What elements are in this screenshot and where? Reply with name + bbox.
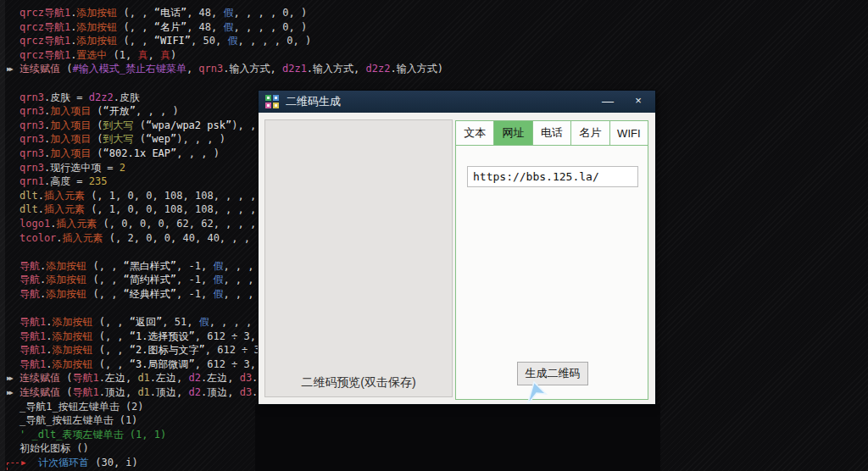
tab-label: WIFI [617, 127, 640, 140]
code-segment: 加入项目 [50, 133, 91, 145]
tab-label: 网址 [503, 125, 525, 141]
code-segment: “名片” [154, 21, 186, 33]
code-segment: 连续赋值 [19, 63, 60, 75]
code-segment: 添加按钮 [52, 344, 92, 356]
code-text: 连续赋值 (导航1.左边, d1.左边, d2.左边, d3.左边) [19, 371, 285, 385]
code-segment: , , , ) [176, 147, 220, 159]
code-segment: 假 [224, 21, 234, 33]
code-segment: qrn3 [19, 91, 44, 103]
code-segment: 添加按钮 [52, 330, 92, 342]
code-segment: , , , , 0, ) [234, 21, 308, 33]
code-segment: 加入项目 [50, 147, 91, 159]
code-segment: qrn3 [198, 63, 223, 75]
code-segment: 假 [213, 274, 223, 285]
code-segment: (, , [86, 274, 123, 285]
code-segment: 连续赋值 [19, 372, 60, 384]
code-line: qrcz导航1.添加按钮 (, , “名片”, 48, 假, , , , 0, … [0, 20, 868, 35]
code-text: 导航1.添加按钮 (, , “1.选择预设”, 612 ÷ 3, 假, [19, 330, 278, 344]
code-text: 计次循环首 (30, i) [38, 456, 138, 470]
code-segment: 置选中 [76, 49, 107, 61]
code-text: qrn3.加入项目 (到大写 (“wep”), , , ) [19, 132, 225, 147]
code-segment: 假 [213, 260, 223, 272]
code-segment: . [56, 232, 62, 244]
url-input[interactable] [467, 166, 638, 187]
code-segment: ( [91, 147, 103, 159]
code-segment: , [147, 49, 159, 61]
code-segment: “wep” [146, 133, 176, 145]
code-text: qrcz导航1.添加按钮 (, , “电话”, 48, 假, , , , 0, … [19, 6, 307, 20]
code-segment: .顶边, [201, 386, 240, 398]
code-segment: .输入方式, [223, 63, 282, 75]
code-segment: .皮肤 = [44, 91, 89, 103]
code-segment: 添加按钮 [76, 21, 117, 33]
code-line: qrcz导航1.置选中 (1, 真, 真) [0, 48, 868, 63]
code-segment: ' _dlt_表项左键单击 (1, 1) [19, 429, 166, 441]
code-segment: (30, i) [89, 457, 138, 468]
code-text: qrn1.高度 = 235 [19, 175, 108, 189]
dialog-titlebar[interactable]: 二维码生成 — × [259, 91, 655, 113]
preview-caption: 二维码预览(双击保存) [265, 375, 452, 391]
code-segment: qrcz导航1 [19, 35, 70, 47]
code-segment: “3.局部微调” [130, 358, 195, 370]
code-segment: .左边, [99, 372, 138, 384]
play-marker-icon: ▶▶ [7, 372, 12, 386]
code-segment: , 48, [186, 21, 223, 33]
code-text: 导航.添加按钮 (, , “简约样式”, -1, 假, , , , 0, [19, 273, 285, 287]
code-segment: (, , [92, 316, 129, 328]
code-text: qrn3.现行选中项 = 2 [19, 161, 125, 175]
code-segment: 2 [120, 162, 125, 174]
code-segment: (, , [117, 21, 153, 33]
code-segment: 到大写 [103, 133, 134, 145]
code-segment: “1.选择预设” [130, 330, 195, 342]
code-segment: 添加按钮 [46, 274, 86, 285]
code-segment: 添加按钮 [52, 358, 92, 370]
close-button[interactable]: × [625, 91, 652, 113]
code-segment: d1 [137, 372, 149, 384]
code-segment: _导航_按钮左键单击 (1) [19, 414, 137, 426]
code-segment: 插入元素 [56, 218, 97, 230]
code-segment: “2.图标与文字” [130, 344, 205, 356]
code-segment: , -1, [176, 288, 213, 300]
code-segment: qrcz导航1 [19, 21, 70, 33]
tab-phone[interactable]: 电话 [533, 121, 571, 145]
code-segment: ( [134, 119, 146, 131]
qr-app-icon [265, 95, 279, 108]
code-text: 初始化图标 () [19, 441, 89, 456]
code-segment: qrcz导航1 [19, 49, 70, 61]
code-segment: ) [170, 49, 176, 61]
code-segment: 导航 [19, 274, 40, 285]
code-segment: qrn3 [19, 119, 44, 131]
code-segment: 添加按钮 [46, 260, 86, 272]
code-segment: , , , , 0, ) [234, 7, 308, 19]
tab-wifi[interactable]: WIFI [610, 121, 648, 145]
generate-qr-button[interactable]: 生成二维码 [517, 362, 588, 385]
code-text: 连续赋值 (#输入模式_禁止右键菜单, qrn3.输入方式, d2z1.输入方式… [19, 62, 443, 76]
code-segment: qrn3 [19, 105, 44, 117]
code-text: 连续赋值 (导航1.顶边, d1.顶边, d2.顶边, d3.顶边) [19, 385, 285, 400]
code-segment: 加入项目 [50, 105, 91, 117]
code-segment: qrn3 [19, 147, 44, 159]
tab-url[interactable]: 网址 [494, 121, 532, 145]
tab-row: 文本 网址 电话 名片 WIFI [456, 121, 648, 146]
code-text: qrn3.加入项目 (“802.1x EAP”, , , ) [19, 147, 220, 161]
code-segment: 导航 [19, 260, 40, 272]
code-text: _导航_按钮左键单击 (1) [19, 413, 137, 428]
code-segment: .皮肤 [114, 91, 140, 103]
tab-card[interactable]: 名片 [571, 121, 609, 145]
code-segment: 导航1 [19, 330, 46, 342]
code-segment: ( [91, 105, 103, 117]
code-segment: , [186, 63, 198, 75]
code-line: ▶▶连续赋值 (#输入模式_禁止右键菜单, qrn3.输入方式, d2z1.输入… [0, 62, 868, 76]
code-text: dlt.插入元素 (, 1, 0, 0, 108, 108, , , , , ,… [19, 202, 293, 217]
qr-generator-dialog: 二维码生成 — × 二维码预览(双击保存) 文本 网址 电话 名片 WIFI 生… [259, 91, 655, 404]
minimize-button[interactable]: — [594, 91, 621, 113]
code-segment: (, , [86, 260, 123, 272]
code-segment: 真 [160, 49, 170, 61]
code-segment: 导航 [19, 288, 40, 300]
code-line: qrcz导航1.添加按钮 (, , “WIFI”, 50, 假, , , , 0… [0, 34, 868, 48]
code-line [0, 76, 868, 91]
code-segment: “WIFI” [154, 35, 191, 47]
code-text: 导航.添加按钮 (, , “经典样式”, -1, 假, , , , 0, [19, 287, 285, 302]
tab-text[interactable]: 文本 [456, 121, 494, 145]
qr-preview-panel[interactable]: 二维码预览(双击保存) [264, 119, 453, 397]
